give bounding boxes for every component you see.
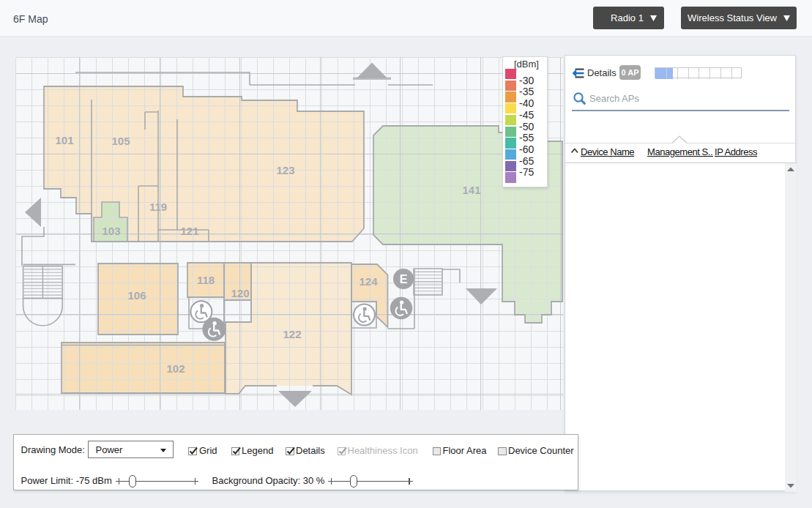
svg-text:122: 122 <box>283 328 301 340</box>
svg-text:101: 101 <box>55 134 73 146</box>
svg-text:118: 118 <box>197 274 215 286</box>
svg-text:141: 141 <box>462 184 480 196</box>
svg-text:124: 124 <box>359 275 378 288</box>
svg-text:103: 103 <box>102 225 120 237</box>
svg-text:E: E <box>400 273 408 285</box>
svg-text:119: 119 <box>149 201 167 213</box>
svg-text:102: 102 <box>166 362 185 375</box>
svg-text:106: 106 <box>127 289 146 302</box>
svg-text:123: 123 <box>276 164 294 176</box>
svg-text:120: 120 <box>231 287 249 299</box>
svg-text:121: 121 <box>180 225 198 237</box>
svg-text:105: 105 <box>111 135 130 147</box>
